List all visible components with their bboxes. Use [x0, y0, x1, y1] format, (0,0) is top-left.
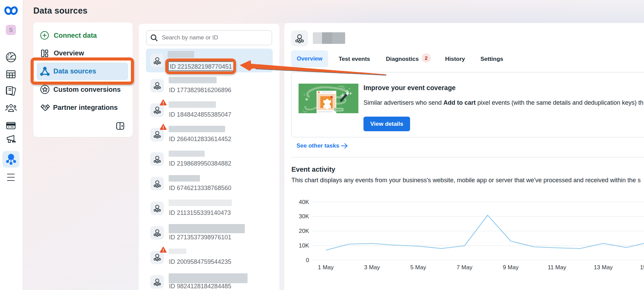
svg-text:30K: 30K	[299, 213, 309, 220]
svg-text:0: 0	[306, 257, 309, 263]
svg-text:3 May: 3 May	[364, 264, 380, 271]
svg-text:20K: 20K	[299, 228, 309, 234]
svg-text:9 May: 9 May	[503, 264, 519, 271]
svg-text:15 May: 15 May	[640, 264, 644, 271]
svg-text:11 May: 11 May	[548, 264, 566, 271]
svg-text:1 May: 1 May	[318, 264, 334, 271]
svg-text:40K: 40K	[299, 199, 309, 205]
svg-text:S: S	[9, 27, 13, 33]
svg-text:10K: 10K	[299, 242, 309, 249]
svg-text:7 May: 7 May	[457, 264, 473, 271]
svg-text:5 May: 5 May	[410, 264, 426, 271]
svg-text:13 May: 13 May	[594, 264, 613, 271]
